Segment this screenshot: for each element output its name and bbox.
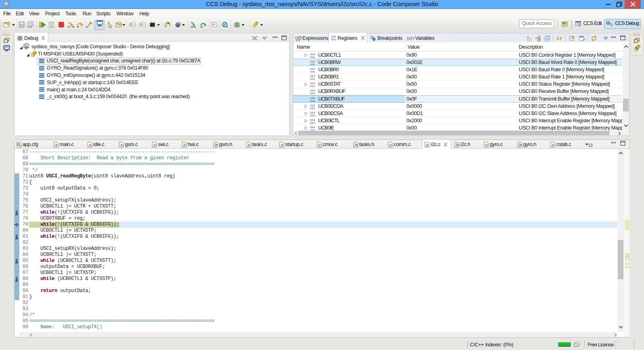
svg-text:.c: .c [551, 143, 555, 147]
svg-text:.c: .c [389, 143, 392, 147]
svg-text:0101: 0101 [310, 114, 315, 116]
svg-text:0101: 0101 [310, 85, 315, 87]
svg-text:0101: 0101 [310, 78, 315, 80]
svg-text:.c: .c [182, 143, 186, 147]
svg-text:.c: .c [120, 143, 123, 147]
svg-text:.h: .h [455, 143, 459, 147]
svg-text:.h: .h [518, 143, 522, 147]
svg-text:.c: .c [485, 143, 488, 147]
svg-text:.h: .h [354, 143, 358, 147]
svg-text:0101: 0101 [310, 63, 315, 66]
svg-text:.h: .h [214, 143, 217, 147]
svg-text:0101: 0101 [310, 92, 315, 95]
svg-text:.c: .c [54, 143, 58, 147]
svg-text:.c: .c [247, 143, 251, 147]
svg-text:0101: 0101 [310, 70, 315, 73]
svg-text:.c: .c [425, 143, 429, 147]
svg-text:0101: 0101 [331, 38, 336, 41]
svg-text:.c: .c [280, 143, 284, 147]
svg-text:.c: .c [153, 143, 156, 147]
svg-text:0101: 0101 [310, 99, 315, 102]
svg-text:.c: .c [88, 143, 92, 147]
svg-text:{): {) [118, 21, 122, 25]
svg-text:0101: 0101 [310, 107, 315, 109]
svg-text:0101: 0101 [310, 121, 315, 124]
svg-text:0101: 0101 [310, 56, 315, 58]
svg-text:.c: .c [317, 143, 321, 147]
